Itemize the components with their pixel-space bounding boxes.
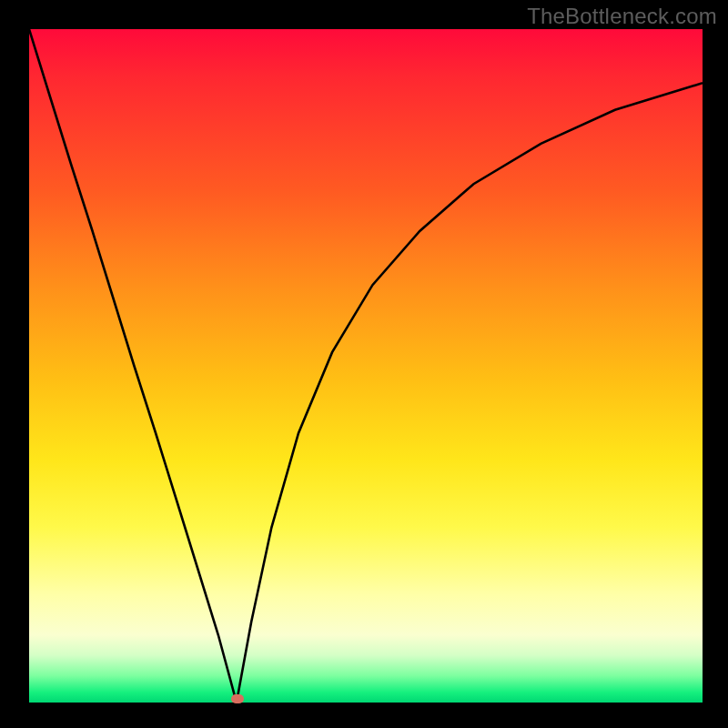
plot-area <box>29 29 703 703</box>
bottleneck-curve <box>29 29 703 703</box>
watermark-text: TheBottleneck.com <box>527 4 717 29</box>
minimum-marker <box>231 694 244 703</box>
chart-frame: TheBottleneck.com <box>0 0 728 728</box>
curve-path <box>29 29 703 703</box>
